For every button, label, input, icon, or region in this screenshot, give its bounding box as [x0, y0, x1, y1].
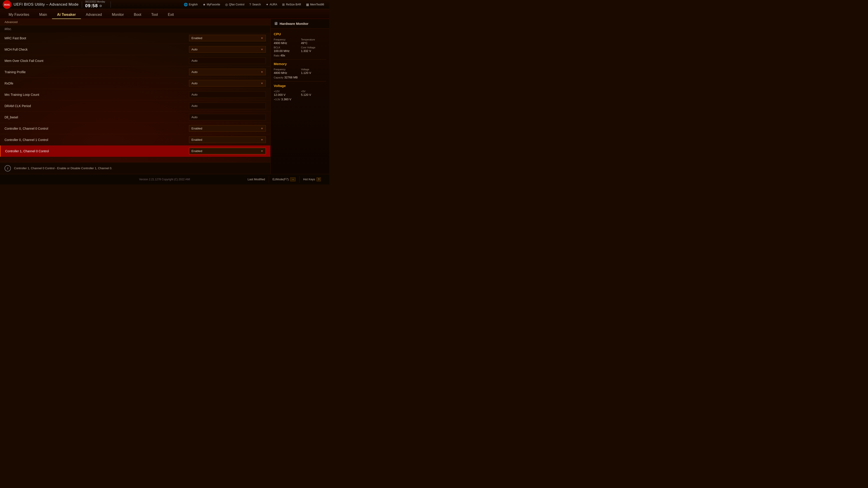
tab-advanced[interactable]: Advanced: [81, 11, 107, 19]
toolbar-english[interactable]: 🌐 English: [182, 2, 200, 7]
chevron-down-icon: ▼: [260, 138, 264, 141]
setting-control-mch-full-check: Auto ▼: [189, 46, 266, 53]
memory-metrics-grid: Frequency 4800 MHz Voltage 1.120 V: [274, 68, 326, 74]
setting-row-mem-overclock-fail[interactable]: Mem Over Clock Fail Count Auto: [0, 55, 270, 66]
sidebar-title: Hardware Monitor: [280, 22, 309, 26]
memory-voltage-item: Voltage 1.120 V: [301, 68, 326, 74]
resize-icon: ⊞: [282, 3, 285, 6]
tab-exit[interactable]: Exit: [163, 11, 179, 19]
time-area: 09:58 ⚙: [85, 3, 102, 8]
version-text: Version 2.21.1278 Copyright (C) 2022 AMI: [139, 178, 190, 181]
voltage-section-title: Voltage: [274, 84, 326, 88]
monitor-divider-1: [274, 59, 326, 60]
sidebar-header: 🖥 Hardware Monitor: [271, 19, 329, 29]
setting-control-ctrl1-ch0: Enabled ▼: [189, 148, 266, 154]
monitor-divider-2: [274, 81, 326, 82]
breadcrumb-path: Advanced: [4, 20, 18, 24]
setting-control-ctrl0-ch1: Enabled ▼: [189, 136, 266, 143]
setting-row-dram-clk[interactable]: DRAM CLK Period Auto: [0, 100, 270, 111]
setting-row-ctrl0-ch0[interactable]: Controller 0, Channel 0 Control Enabled …: [0, 123, 270, 134]
setting-row-mrc-fast-boot[interactable]: MRC Fast Boot Enabled ▼: [0, 33, 270, 44]
tab-my-favorites[interactable]: My Favorites: [4, 11, 34, 19]
setting-name-ctrl1-ch0: Controller 1, Channel 0 Control: [5, 149, 189, 153]
ezmode-button[interactable]: EzMode(F7) →: [269, 176, 300, 183]
sidebar-content: CPU Frequency 4900 MHz Temperature 49°C …: [271, 29, 329, 174]
globe-icon: 🌐: [184, 3, 188, 6]
toolbar-memtest[interactable]: ▦ MemTest86: [304, 2, 327, 7]
text-mem-overclock-fail[interactable]: Auto: [189, 57, 266, 64]
setting-row-dll-bwsel[interactable]: Dll_bwsel Auto: [0, 111, 270, 123]
tab-boot[interactable]: Boot: [129, 11, 146, 19]
top-bar: ROG UEFI BIOS Utility – Advanced Mode 08…: [0, 0, 329, 9]
memory-frequency-label: Frequency: [274, 68, 299, 71]
text-dram-clk[interactable]: Auto: [189, 103, 266, 109]
memory-frequency-value: 4800 MHz: [274, 71, 299, 74]
memory-frequency-item: Frequency 4800 MHz: [274, 68, 299, 74]
dropdown-mrc-fast-boot[interactable]: Enabled ▼: [189, 35, 266, 41]
ezmode-icon: →: [290, 177, 296, 182]
toolbar-resizebar[interactable]: ⊞ ReSize BAR: [280, 2, 303, 7]
setting-row-rxdfe[interactable]: RxDfe Auto ▼: [0, 78, 270, 89]
tab-main[interactable]: Main: [34, 11, 52, 19]
tab-monitor[interactable]: Monitor: [107, 11, 129, 19]
hotkeys-icon: ?: [316, 177, 321, 182]
settings-list: Misc. MRC Fast Boot Enabled ▼ MCH Full C…: [0, 25, 270, 162]
setting-row-mch-full-check[interactable]: MCH Full Check Auto ▼: [0, 44, 270, 55]
last-modified-label: Last Modified: [248, 177, 265, 181]
setting-name-ctrl0-ch1: Controller 0, Channel 1 Control: [4, 138, 189, 142]
toolbar-english-label: English: [189, 3, 197, 6]
memtest-icon: ▦: [306, 3, 309, 6]
dropdown-ctrl1-ch0[interactable]: Enabled ▼: [189, 148, 266, 154]
text-value-dll-bwsel: Auto: [191, 116, 197, 119]
nav-tabs: My Favorites Main Ai Tweaker Advanced Mo…: [0, 9, 329, 19]
hotkeys-button[interactable]: Hot Keys ?: [299, 176, 324, 183]
setting-row-ctrl0-ch1[interactable]: Controller 0, Channel 1 Control Enabled …: [0, 134, 270, 145]
cpu-temperature-value: 49°C: [301, 41, 326, 45]
cpu-ratio-value: 49x: [281, 54, 285, 57]
toolbar-aura[interactable]: ✦ AURA: [264, 2, 279, 7]
dropdown-ctrl0-ch1[interactable]: Enabled ▼: [189, 136, 266, 143]
setting-row-training-profile[interactable]: Training Profile Auto ▼: [0, 66, 270, 78]
chevron-down-icon: ▼: [260, 127, 264, 130]
info-icon: i: [4, 165, 11, 171]
chevron-down-icon: ▼: [260, 48, 264, 51]
memory-voltage-value: 1.120 V: [301, 71, 326, 74]
tab-ai-tweaker[interactable]: Ai Tweaker: [52, 11, 81, 19]
text-value-dram-clk: Auto: [191, 104, 197, 107]
cpu-frequency-label: Frequency: [274, 38, 299, 41]
search-icon: ?: [249, 3, 251, 6]
star-icon: ★: [203, 3, 206, 6]
fan-icon: ◎: [225, 3, 228, 6]
settings-gear-icon[interactable]: ⚙: [99, 4, 102, 8]
setting-control-training-profile: Auto ▼: [189, 69, 266, 75]
setting-control-mrc-loop-count: Auto: [189, 91, 266, 98]
setting-row-ctrl1-ch0[interactable]: Controller 1, Channel 0 Control Enabled …: [0, 145, 270, 157]
content-area: Advanced Misc. MRC Fast Boot Enabled ▼ M…: [0, 19, 270, 174]
dropdown-mch-full-check[interactable]: Auto ▼: [189, 46, 266, 53]
last-modified-button[interactable]: Last Modified: [244, 176, 269, 182]
voltage-33v-value: 3.360 V: [281, 98, 291, 101]
toolbar-myfavorite[interactable]: ★ MyFavorite: [200, 2, 222, 7]
toolbar-qfan-label: Qfan Control: [229, 3, 244, 6]
toolbar-qfan[interactable]: ◎ Qfan Control: [223, 2, 247, 7]
tab-tool[interactable]: Tool: [146, 11, 163, 19]
cpu-bclk-value: 100.00 MHz: [274, 49, 299, 53]
dropdown-value-ctrl1-ch0: Enabled: [191, 149, 202, 153]
setting-row-mrc-loop-count[interactable]: Mrc Training Loop Count Auto: [0, 89, 270, 100]
text-dll-bwsel[interactable]: Auto: [189, 114, 266, 121]
dropdown-value-mch-full-check: Auto: [191, 48, 197, 51]
chevron-down-icon: ▼: [260, 70, 264, 74]
dropdown-training-profile[interactable]: Auto ▼: [189, 69, 266, 75]
toolbar-search-label: Search: [252, 3, 261, 6]
toolbar-memtest-label: MemTest86: [310, 3, 324, 6]
voltage-5v-label: +5V: [301, 90, 326, 93]
dropdown-rxdfe[interactable]: Auto ▼: [189, 80, 266, 87]
toolbar: 🌐 English ★ MyFavorite ◎ Qfan Control ? …: [182, 2, 327, 7]
dropdown-ctrl0-ch0[interactable]: Enabled ▼: [189, 125, 266, 132]
cpu-frequency-value: 4900 MHz: [274, 41, 299, 45]
toolbar-search[interactable]: ? Search: [247, 2, 263, 7]
ezmode-label: EzMode(F7): [273, 177, 289, 181]
text-mrc-loop-count[interactable]: Auto: [189, 91, 266, 98]
date-text: 08/22/2022 Monday: [85, 0, 105, 3]
info-bar: i Controller 1, Channel 0 Control - Enab…: [0, 162, 270, 174]
